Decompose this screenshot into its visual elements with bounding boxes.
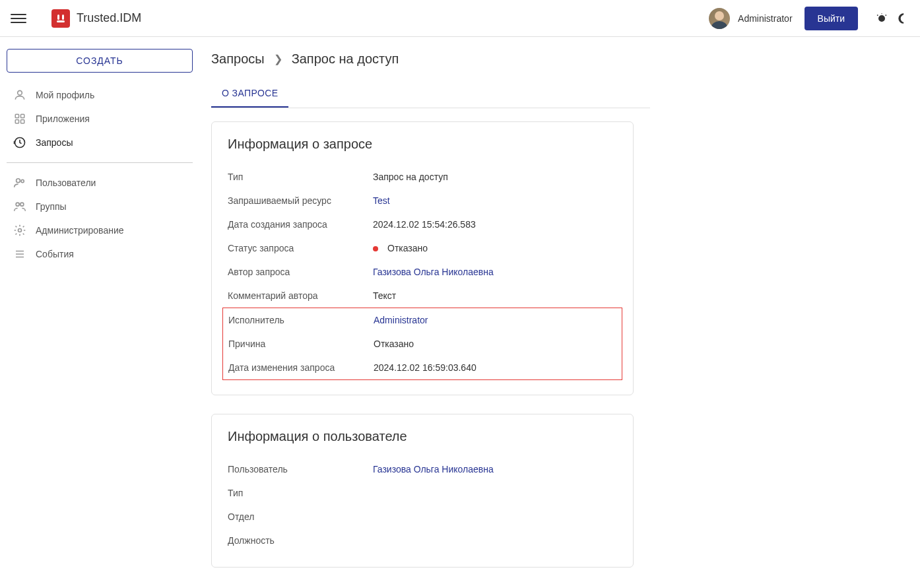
status-dot-icon [373, 246, 378, 251]
app-title: Trusted.IDM [77, 11, 141, 25]
logout-button[interactable]: Выйти [805, 7, 858, 30]
field-label: Дата изменения запроса [228, 362, 374, 373]
row-created: Дата создания запроса 2024.12.02 15:54:2… [228, 212, 617, 236]
row-user-type: Тип [228, 481, 617, 505]
svg-point-11 [20, 203, 24, 206]
sidebar: СОЗДАТЬ Мой профиль Приложения Запросы П… [0, 37, 199, 588]
row-executor: Исполнитель Administrator [228, 308, 616, 332]
sidebar-item-apps[interactable]: Приложения [7, 107, 193, 131]
gear-icon [13, 224, 26, 237]
avatar[interactable] [709, 8, 730, 29]
svg-rect-4 [15, 114, 18, 117]
row-comment: Комментарий автора Текст [228, 284, 617, 308]
field-label: Тип [228, 172, 373, 182]
field-label: Должность [228, 535, 373, 546]
field-label: Отдел [228, 511, 373, 522]
tabs: О ЗАПРОСЕ [211, 80, 650, 108]
sidebar-item-label: Приложения [36, 114, 90, 124]
request-info-card: Информация о запросе Тип Запрос на досту… [211, 121, 634, 395]
user-name: Administrator [738, 13, 792, 24]
sidebar-item-label: Запросы [36, 137, 73, 148]
user-info-card: Информация о пользователе Пользователь Г… [211, 414, 634, 568]
field-value: 2024.12.02 16:59:03.640 [374, 362, 476, 373]
user-link[interactable]: Газизова Ольга Николаевна [373, 464, 494, 474]
svg-rect-5 [21, 114, 24, 117]
app-logo-icon [51, 9, 70, 28]
hamburger-menu-icon[interactable] [11, 11, 26, 26]
users-icon [13, 176, 26, 189]
row-author: Автор запроса Газизова Ольга Николаевна [228, 260, 617, 284]
field-label: Тип [228, 488, 373, 498]
row-user: Пользователь Газизова Ольга Николаевна [228, 457, 617, 481]
breadcrumb-current: Запрос на доступ [292, 51, 399, 67]
chevron-right-icon: ❯ [274, 53, 282, 65]
executor-link[interactable]: Administrator [374, 315, 428, 325]
field-label: Исполнитель [228, 315, 374, 325]
author-link[interactable]: Газизова Ольга Николаевна [373, 267, 494, 277]
sidebar-item-label: События [36, 249, 74, 259]
sidebar-item-profile[interactable]: Мой профиль [7, 83, 193, 107]
sidebar-item-label: Администрирование [36, 225, 124, 236]
group-icon [13, 200, 26, 213]
resource-link[interactable]: Test [373, 195, 390, 206]
field-label: Статус запроса [228, 243, 373, 253]
history-icon [13, 136, 26, 149]
svg-rect-2 [57, 20, 65, 22]
sidebar-item-events[interactable]: События [7, 242, 193, 266]
field-value: Запрос на доступ [373, 172, 448, 182]
sidebar-item-users[interactable]: Пользователи [7, 171, 193, 195]
sidebar-item-label: Группы [36, 201, 67, 212]
sidebar-item-admin[interactable]: Администрирование [7, 218, 193, 242]
svg-point-12 [18, 229, 22, 232]
field-value: 2024.12.02 15:54:26.583 [373, 219, 476, 230]
svg-point-10 [16, 203, 19, 206]
field-value: Отказано [374, 339, 414, 349]
field-label: Автор запроса [228, 267, 373, 277]
svg-point-8 [16, 179, 20, 183]
card-title: Информация о пользователе [228, 429, 617, 444]
highlighted-region: Исполнитель Administrator Причина Отказа… [222, 308, 622, 380]
breadcrumb: Запросы ❯ Запрос на доступ [211, 51, 900, 67]
field-label: Причина [228, 339, 374, 349]
field-label: Пользователь [228, 464, 373, 474]
breadcrumb-root[interactable]: Запросы [211, 51, 265, 67]
dark-mode-icon[interactable] [894, 11, 909, 26]
field-value: Текст [373, 290, 396, 301]
field-label: Запрашиваемый ресурс [228, 195, 373, 206]
status-text: Отказано [387, 243, 428, 253]
sidebar-item-groups[interactable]: Группы [7, 195, 193, 218]
topbar: Trusted.IDM Administrator Выйти [0, 0, 920, 37]
user-icon [13, 88, 26, 102]
row-type: Тип Запрос на доступ [228, 165, 617, 189]
row-position: Должность [228, 529, 617, 552]
row-reason: Причина Отказано [228, 332, 616, 356]
main-content: Запросы ❯ Запрос на доступ О ЗАПРОСЕ Инф… [199, 37, 920, 588]
row-resource: Запрашиваемый ресурс Test [228, 189, 617, 212]
sidebar-item-label: Мой профиль [36, 90, 94, 100]
status-badge: Отказано [373, 243, 428, 253]
apps-icon [13, 112, 26, 125]
list-icon [13, 247, 26, 261]
svg-rect-1 [62, 15, 64, 20]
svg-rect-0 [57, 15, 59, 20]
sidebar-item-label: Пользователи [36, 178, 96, 188]
svg-point-9 [21, 180, 24, 182]
sidebar-item-requests[interactable]: Запросы [7, 131, 193, 154]
create-button[interactable]: СОЗДАТЬ [7, 49, 193, 73]
tab-about[interactable]: О ЗАПРОСЕ [211, 80, 288, 108]
sidebar-divider [7, 162, 193, 163]
row-department: Отдел [228, 505, 617, 529]
row-modified: Дата изменения запроса 2024.12.02 16:59:… [228, 356, 616, 379]
field-label: Дата создания запроса [228, 219, 373, 230]
theme-toggle-icon[interactable] [874, 11, 890, 26]
field-label: Комментарий автора [228, 290, 373, 301]
card-title: Информация о запросе [228, 137, 617, 152]
svg-rect-6 [15, 120, 18, 123]
svg-point-3 [18, 90, 22, 95]
row-status: Статус запроса Отказано [228, 236, 617, 260]
svg-rect-7 [21, 120, 24, 123]
